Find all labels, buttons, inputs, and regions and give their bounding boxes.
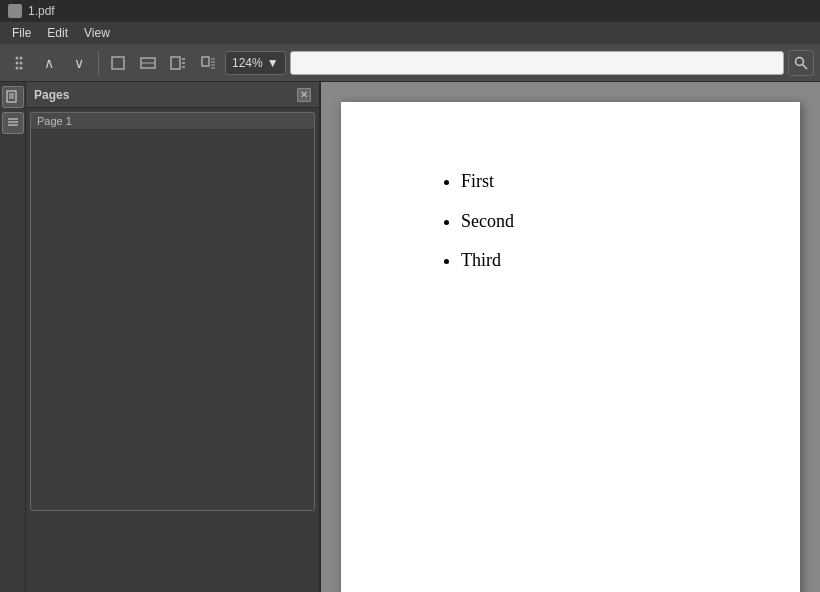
zoom-selector[interactable]: 124% ▼ bbox=[225, 51, 286, 75]
search-input[interactable] bbox=[290, 51, 784, 75]
next-page-button[interactable]: ∨ bbox=[66, 50, 92, 76]
svg-point-5 bbox=[20, 66, 23, 69]
window-title: 1.pdf bbox=[28, 4, 55, 18]
svg-line-19 bbox=[803, 64, 808, 69]
list-item-3: Third bbox=[461, 241, 720, 281]
page-thumb-label: Page 1 bbox=[31, 113, 314, 130]
page-thumb-preview bbox=[31, 130, 314, 510]
pdf-viewer[interactable]: First Second Third bbox=[321, 82, 820, 592]
prev-page-button[interactable]: ∧ bbox=[36, 50, 62, 76]
zoom-value: 124% bbox=[232, 56, 263, 70]
svg-point-4 bbox=[16, 66, 19, 69]
zoom-out-button[interactable] bbox=[165, 50, 191, 76]
svg-rect-13 bbox=[202, 57, 209, 66]
search-button[interactable] bbox=[788, 50, 814, 76]
pdf-page: First Second Third bbox=[341, 102, 800, 592]
fit-page-button[interactable] bbox=[105, 50, 131, 76]
zoom-in-button[interactable] bbox=[195, 50, 221, 76]
toolbar-separator-1 bbox=[98, 51, 99, 75]
sidebar-wrapper: Pages ✕ Page 1 bbox=[0, 82, 321, 592]
menu-file[interactable]: File bbox=[4, 24, 39, 42]
main-area: Pages ✕ Page 1 First Second Third bbox=[0, 82, 820, 592]
sidebar-header: Pages ✕ bbox=[26, 82, 319, 108]
svg-point-3 bbox=[20, 61, 23, 64]
toolbar: ∧ ∨ 124% ▼ bbox=[0, 44, 820, 82]
menu-edit[interactable]: Edit bbox=[39, 24, 76, 42]
pdf-bullet-list: First Second Third bbox=[421, 162, 720, 281]
sidebar-close-button[interactable]: ✕ bbox=[297, 88, 311, 102]
list-item-1: First bbox=[461, 162, 720, 202]
drag-handle-icon bbox=[6, 50, 32, 76]
svg-point-0 bbox=[16, 56, 19, 59]
page-thumbnail[interactable]: Page 1 bbox=[30, 112, 315, 511]
svg-point-18 bbox=[796, 57, 804, 65]
menu-view[interactable]: View bbox=[76, 24, 118, 42]
sidebar-title: Pages bbox=[34, 88, 69, 102]
sidebar: Pages ✕ Page 1 bbox=[26, 82, 321, 592]
svg-rect-9 bbox=[171, 57, 180, 69]
sidebar-content[interactable]: Page 1 bbox=[26, 108, 319, 592]
app-icon bbox=[8, 4, 22, 18]
menu-bar: File Edit View bbox=[0, 22, 820, 44]
bookmarks-panel-icon[interactable] bbox=[2, 112, 24, 134]
svg-point-2 bbox=[16, 61, 19, 64]
svg-point-1 bbox=[20, 56, 23, 59]
title-bar: 1.pdf bbox=[0, 0, 820, 22]
list-item-2: Second bbox=[461, 202, 720, 242]
svg-rect-6 bbox=[112, 57, 124, 69]
pages-panel-icon[interactable] bbox=[2, 86, 24, 108]
zoom-dropdown-icon: ▼ bbox=[267, 56, 279, 70]
fit-width-button[interactable] bbox=[135, 50, 161, 76]
